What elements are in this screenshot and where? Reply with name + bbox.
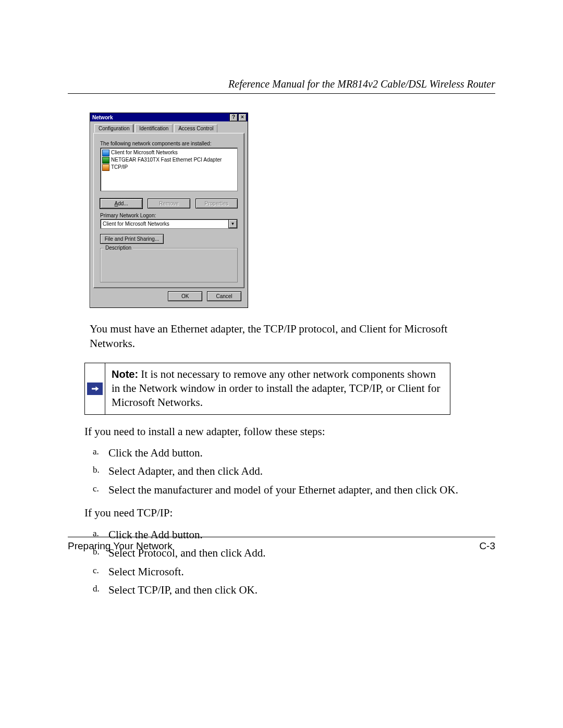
ok-button[interactable]: OK (168, 291, 202, 301)
tab-identification[interactable]: Identification (135, 124, 173, 132)
list-item: b.Select Adapter, and then click Add. (108, 463, 495, 480)
note-label: Note: (112, 368, 138, 380)
tab-configuration[interactable]: Configuration (94, 124, 133, 132)
note-icon-cell (85, 363, 105, 414)
footer-page-number: C-3 (479, 540, 495, 552)
page-footer: Preparing Your Network C-3 (68, 537, 495, 552)
step-text: Select Microsoft. (108, 565, 184, 578)
body-content: You must have an Ethernet adapter, the T… (90, 322, 495, 599)
footer-section: Preparing Your Network (68, 540, 173, 552)
note-body: It is not necessary to remove any other … (112, 368, 440, 409)
note-text: Note: It is not necessary to remove any … (105, 363, 450, 414)
titlebar-help-button[interactable]: ? (229, 114, 238, 121)
paragraph: You must have an Ethernet adapter, the T… (90, 322, 495, 351)
network-dialog-figure: Network ? × Configuration Identification… (90, 113, 495, 308)
adapter-steps: a.Click the Add button. b.Select Adapter… (90, 445, 495, 499)
list-item: c.Select the manufacturer and model of y… (108, 482, 495, 499)
step-text: Select the manufacturer and model of you… (108, 484, 458, 496)
installed-components-label: The following network components are ins… (100, 141, 238, 146)
tab-panel-configuration: The following network components are ins… (93, 133, 244, 288)
paragraph: If you need TCP/IP: (84, 505, 495, 520)
client-icon (102, 150, 109, 156)
titlebar-close-button[interactable]: × (238, 114, 247, 121)
dialog-footer: OK Cancel (93, 288, 244, 303)
paragraph: If you need to install a new adapter, fo… (84, 424, 495, 439)
list-item: c.Select Microsoft. (108, 564, 495, 581)
list-item[interactable]: TCP/IP (102, 164, 236, 171)
dialog-tabs: Configuration Identification Access Cont… (94, 124, 244, 133)
arrow-right-icon (87, 382, 103, 395)
file-print-sharing-button[interactable]: File and Print Sharing... (100, 234, 164, 244)
properties-button[interactable]: Properties (195, 199, 238, 208)
list-item: a.Click the Add button. (108, 445, 495, 462)
list-item[interactable]: NETGEAR FA310TX Fast Ethernet PCI Adapte… (102, 156, 236, 164)
header-rule (68, 93, 495, 94)
list-item-label: NETGEAR FA310TX Fast Ethernet PCI Adapte… (111, 156, 222, 164)
list-item-label: Client for Microsoft Networks (111, 149, 178, 156)
list-item: d.Select TCP/IP, and then click OK. (108, 582, 495, 599)
dialog-title: Network (92, 115, 113, 120)
document-page: Reference Manual for the MR814v2 Cable/D… (0, 0, 563, 728)
tab-access-control[interactable]: Access Control (174, 124, 217, 132)
list-item[interactable]: Client for Microsoft Networks (102, 149, 236, 156)
chevron-down-icon[interactable] (228, 219, 237, 228)
footer-rule (68, 537, 495, 537)
remove-button[interactable]: Remove (148, 199, 190, 208)
primary-logon-value: Client for Microsoft Networks (101, 221, 228, 227)
protocol-icon (102, 164, 109, 171)
adapter-icon (102, 157, 109, 164)
primary-logon-label: Primary Network Logon: (100, 213, 238, 218)
add-button[interactable]: AAdd...dd... (100, 199, 142, 208)
step-text: Select TCP/IP, and then click OK. (108, 584, 258, 596)
cancel-button[interactable]: Cancel (207, 291, 241, 301)
note-box: Note: It is not necessary to remove any … (84, 363, 450, 415)
primary-logon-select[interactable]: Client for Microsoft Networks (100, 219, 238, 229)
list-item-label: TCP/IP (111, 164, 128, 171)
running-header: Reference Manual for the MR814v2 Cable/D… (68, 78, 495, 90)
installed-components-list[interactable]: Client for Microsoft Networks NETGEAR FA… (100, 147, 238, 191)
step-text: Click the Add button. (108, 447, 203, 459)
description-group-label: Description (104, 245, 133, 251)
network-dialog: Network ? × Configuration Identification… (90, 113, 248, 308)
step-text: Select Adapter, and then click Add. (108, 465, 263, 477)
dialog-titlebar: Network ? × (90, 113, 248, 121)
description-group: Description (100, 248, 238, 282)
